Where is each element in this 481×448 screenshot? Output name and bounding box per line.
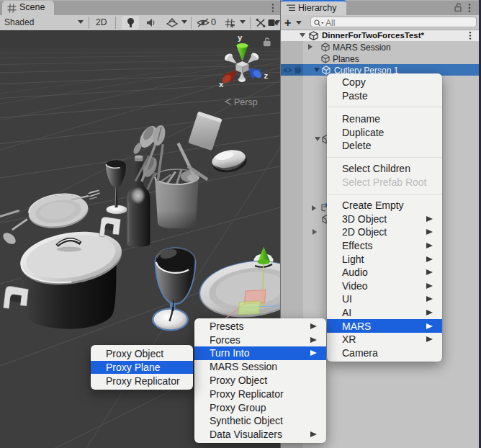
svg-text:x: x <box>219 80 224 89</box>
svg-text:Persp: Persp <box>234 97 258 107</box>
svg-text:z: z <box>264 71 269 80</box>
svg-text:y: y <box>238 33 243 42</box>
